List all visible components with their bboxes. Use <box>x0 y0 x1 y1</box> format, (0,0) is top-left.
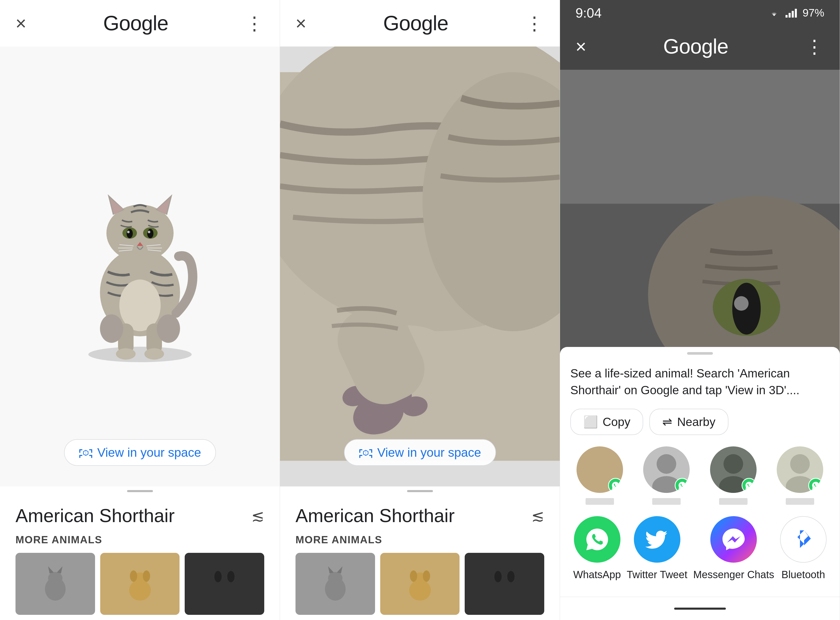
animal-thumb-dog-1[interactable] <box>100 553 180 615</box>
animals-row-1 <box>15 553 264 615</box>
svg-point-48 <box>227 571 234 582</box>
bottom-info-1: American Shorthair ≲ MORE ANIMALS <box>0 496 280 620</box>
svg-point-96 <box>657 454 676 474</box>
contact-item-2[interactable] <box>637 446 696 505</box>
sheet-handle <box>687 352 713 355</box>
svg-rect-30 <box>91 449 92 453</box>
viewer-area-2[interactable]: View in your space <box>280 47 560 486</box>
animal-thumb-cat-2[interactable] <box>296 553 375 615</box>
panel-2: × Google ⋮ <box>280 0 560 620</box>
top-bar-3: × Google ⋮ <box>560 23 840 70</box>
svg-point-91 <box>734 296 748 311</box>
whatsapp-label: WhatsApp <box>573 568 621 581</box>
view-in-space-label-2: View in your space <box>377 445 481 460</box>
whatsapp-icon <box>574 516 621 563</box>
animal-name-1: American Shorthair <box>15 505 174 526</box>
svg-point-47 <box>214 571 222 582</box>
more-button-3[interactable]: ⋮ <box>805 37 824 56</box>
svg-point-24 <box>144 348 164 360</box>
share-quick-actions: ⬜ Copy ⇌ Nearby <box>570 409 829 435</box>
nearby-label: Nearby <box>677 415 715 429</box>
view-in-space-button-2[interactable]: View in your space <box>344 439 496 466</box>
svg-point-75 <box>410 570 417 582</box>
animal-name-2: American Shorthair <box>296 505 455 526</box>
svg-marker-40 <box>57 566 63 573</box>
messenger-icon <box>710 516 757 563</box>
svg-point-38 <box>48 572 63 584</box>
panel-3: 9:04 97% × Google ⋮ <box>560 0 840 620</box>
app-item-whatsapp[interactable]: WhatsApp <box>573 516 621 581</box>
whatsapp-badge-3 <box>742 478 757 493</box>
status-icons: 97% <box>768 7 824 19</box>
messenger-label: Messenger Chats <box>693 568 774 581</box>
animal-thumb-cat-1[interactable] <box>15 553 95 615</box>
ar-icon-2 <box>359 445 373 460</box>
svg-point-0 <box>88 347 192 362</box>
contact-avatar-2 <box>643 446 690 493</box>
cat-3d-model-1 <box>63 169 218 365</box>
bottom-info-2: American Shorthair ≲ MORE ANIMALS <box>280 496 560 620</box>
contact-item-1[interactable] <box>570 446 629 505</box>
contact-name-1 <box>586 498 614 505</box>
top-bar-1: × Google ⋮ <box>0 0 280 47</box>
animal-thumb-black-dog-2[interactable] <box>465 553 544 615</box>
more-animals-label-2: MORE ANIMALS <box>296 534 544 546</box>
close-button-1[interactable]: × <box>15 14 26 33</box>
animal-name-row-1: American Shorthair ≲ <box>15 505 264 526</box>
close-button-3[interactable]: × <box>576 37 586 56</box>
contacts-row <box>570 446 829 505</box>
viewer-area-1[interactable]: View in your space <box>0 47 280 486</box>
animal-thumb-black-dog-1[interactable] <box>185 553 264 615</box>
app-item-messenger[interactable]: Messenger Chats <box>693 516 774 581</box>
nearby-button[interactable]: ⇌ Nearby <box>649 409 728 435</box>
battery-indicator: 97% <box>802 7 824 19</box>
more-button-1[interactable]: ⋮ <box>245 14 264 33</box>
google-logo-3: Google <box>663 35 729 59</box>
share-button-1[interactable]: ≲ <box>251 507 264 525</box>
svg-point-44 <box>143 570 150 582</box>
contact-avatar-3 <box>710 446 757 493</box>
cat-zoomed-model <box>280 47 560 486</box>
copy-button[interactable]: ⬜ Copy <box>570 409 643 435</box>
svg-point-11 <box>147 229 153 238</box>
contact-item-3[interactable] <box>704 446 763 505</box>
svg-point-70 <box>328 572 343 584</box>
signal-icon <box>786 8 798 18</box>
svg-point-13 <box>148 231 150 233</box>
share-button-2[interactable]: ≲ <box>531 507 544 525</box>
svg-rect-64 <box>359 455 360 458</box>
svg-rect-81 <box>786 15 787 18</box>
share-sheet: See a life-sized animal! Search 'America… <box>560 347 840 597</box>
nav-indicator <box>674 608 726 609</box>
scroll-indicator-1 <box>127 490 153 492</box>
animal-thumb-dog-2[interactable] <box>380 553 460 615</box>
copy-icon: ⬜ <box>583 415 598 429</box>
svg-marker-71 <box>328 566 334 573</box>
svg-marker-39 <box>48 566 54 573</box>
whatsapp-badge-1 <box>608 478 623 493</box>
contact-name-2 <box>652 498 681 505</box>
contact-item-4[interactable] <box>771 446 829 505</box>
more-button-2[interactable]: ⋮ <box>525 14 544 33</box>
view-in-space-button-1[interactable]: View in your space <box>64 439 216 466</box>
app-item-bluetooth[interactable]: Bluetooth <box>780 516 826 581</box>
svg-point-76 <box>423 570 430 582</box>
google-logo-1: Google <box>103 11 168 35</box>
ar-icon-1 <box>79 445 93 460</box>
top-bar-2: × Google ⋮ <box>280 0 560 47</box>
contact-name-4 <box>786 498 814 505</box>
svg-rect-66 <box>371 455 372 458</box>
animal-name-row-2: American Shorthair ≲ <box>296 505 544 526</box>
viewer-area-3[interactable]: See a life-sized animal! Search 'America… <box>560 70 840 597</box>
svg-point-79 <box>494 571 502 582</box>
apps-row: WhatsApp Twitter Tweet <box>570 516 829 581</box>
close-button-2[interactable]: × <box>296 14 307 33</box>
whatsapp-badge-2 <box>675 478 690 493</box>
svg-point-100 <box>790 454 810 474</box>
svg-point-10 <box>126 229 133 238</box>
svg-rect-84 <box>795 9 797 18</box>
app-item-twitter[interactable]: Twitter Tweet <box>627 516 687 581</box>
svg-point-2 <box>119 280 161 331</box>
contact-avatar-1 <box>577 446 623 493</box>
svg-point-25 <box>100 315 123 343</box>
